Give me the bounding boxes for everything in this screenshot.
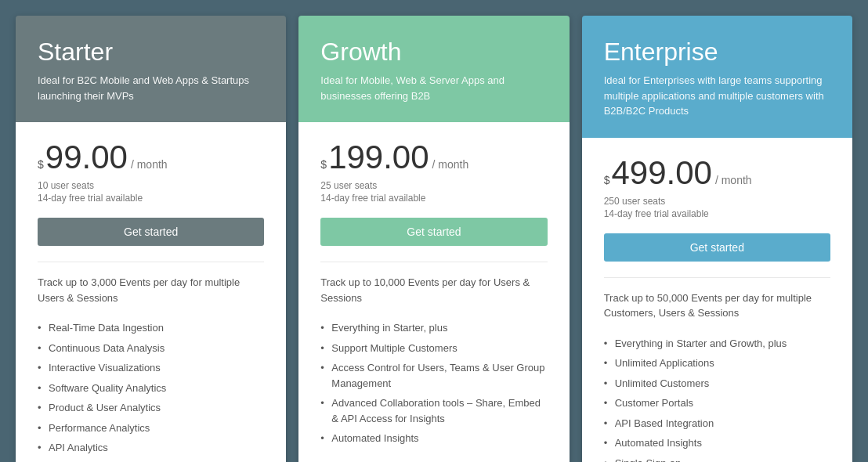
features-list-starter: Real-Time Data IngestionContinuous Data … [38, 318, 264, 458]
price-dollar-starter: $ [38, 158, 44, 171]
feature-item-growth-2: Access Control for Users, Teams & User G… [320, 358, 547, 393]
plan-seats-starter: 10 user seats [38, 180, 264, 191]
divider-starter [38, 262, 264, 262]
plan-header-starter: StarterIdeal for B2C Mobile and Web Apps… [16, 16, 286, 122]
price-period-growth: / month [432, 158, 469, 171]
price-period-starter: / month [131, 158, 168, 171]
plan-seats-growth: 25 user seats [320, 180, 547, 191]
get-started-button-starter[interactable]: Get started [38, 218, 264, 246]
plan-name-growth: Growth [320, 38, 547, 67]
feature-item-growth-1: Support Multiple Customers [320, 338, 547, 359]
feature-item-enterprise-4: API Based Integration [604, 413, 830, 434]
plan-description-starter: Ideal for B2C Mobile and Web Apps & Star… [38, 73, 264, 103]
get-started-button-growth[interactable]: Get started [320, 218, 547, 246]
feature-item-growth-0: Everything in Starter, plus [320, 318, 547, 338]
plan-trial-starter: 14-day free trial available [38, 193, 264, 204]
price-amount-enterprise: 499.00 [611, 157, 711, 189]
plan-trial-enterprise: 14-day free trial available [604, 208, 830, 219]
price-amount-starter: 99.00 [45, 141, 128, 174]
feature-item-starter-6: API Analytics [38, 438, 264, 458]
features-list-growth: Everything in Starter, plusSupport Multi… [320, 318, 547, 449]
plan-body-starter: $99.00/ month10 user seats14-day free tr… [16, 122, 286, 462]
feature-item-starter-4: Product & User Analytics [38, 398, 264, 418]
plan-seats-enterprise: 250 user seats [604, 196, 830, 207]
feature-item-enterprise-3: Customer Portals [604, 393, 830, 413]
plan-body-enterprise: $499.00/ month250 user seats14-day free … [582, 138, 852, 463]
plan-track-growth: Track up to 10,000 Events per day for Us… [320, 275, 547, 305]
get-started-button-enterprise[interactable]: Get started [604, 233, 830, 262]
plan-description-enterprise: Ideal for Enterprises with large teams s… [604, 73, 830, 119]
plan-description-growth: Ideal for Mobile, Web & Server Apps and … [320, 73, 547, 103]
pricing-container: StarterIdeal for B2C Mobile and Web Apps… [16, 16, 852, 462]
plan-card-starter: StarterIdeal for B2C Mobile and Web Apps… [16, 16, 286, 462]
plan-header-enterprise: EnterpriseIdeal for Enterprises with lar… [582, 16, 852, 138]
plan-name-starter: Starter [38, 38, 264, 67]
feature-item-starter-5: Performance Analytics [38, 418, 264, 439]
divider-enterprise [604, 277, 830, 278]
features-list-enterprise: Everything in Starter and Growth, plusUn… [604, 334, 830, 463]
price-row-growth: $199.00/ month [320, 141, 547, 174]
plan-card-enterprise: EnterpriseIdeal for Enterprises with lar… [582, 16, 852, 462]
feature-item-enterprise-6: Single Sign-on [604, 453, 830, 463]
feature-item-growth-4: Automated Insights [320, 428, 547, 449]
feature-item-enterprise-1: Unlimited Applications [604, 353, 830, 374]
price-dollar-growth: $ [320, 158, 327, 171]
price-period-enterprise: / month [715, 174, 752, 186]
feature-item-starter-2: Interactive Visualizations [38, 358, 264, 378]
plan-track-enterprise: Track up to 50,000 Events per day for mu… [604, 291, 830, 321]
price-row-starter: $99.00/ month [38, 141, 264, 174]
price-amount-growth: 199.00 [328, 141, 429, 174]
feature-item-starter-1: Continuous Data Analysis [38, 338, 264, 359]
plan-trial-growth: 14-day free trial available [320, 193, 547, 204]
price-dollar-enterprise: $ [604, 174, 610, 186]
price-row-enterprise: $499.00/ month [604, 157, 830, 189]
feature-item-starter-3: Software Quality Analytics [38, 378, 264, 399]
feature-item-starter-0: Real-Time Data Ingestion [38, 318, 264, 338]
plan-card-growth: GrowthIdeal for Mobile, Web & Server App… [298, 16, 569, 462]
feature-item-enterprise-0: Everything in Starter and Growth, plus [604, 334, 830, 354]
feature-item-growth-3: Advanced Collaboration tools – Share, Em… [320, 393, 547, 428]
divider-growth [320, 262, 547, 262]
feature-item-enterprise-2: Unlimited Customers [604, 374, 830, 394]
plan-body-growth: $199.00/ month25 user seats14-day free t… [298, 122, 569, 462]
plan-track-starter: Track up to 3,000 Events per day for mul… [38, 275, 264, 305]
feature-item-enterprise-5: Automated Insights [604, 433, 830, 453]
plan-header-growth: GrowthIdeal for Mobile, Web & Server App… [298, 16, 569, 122]
plan-name-enterprise: Enterprise [604, 38, 830, 67]
